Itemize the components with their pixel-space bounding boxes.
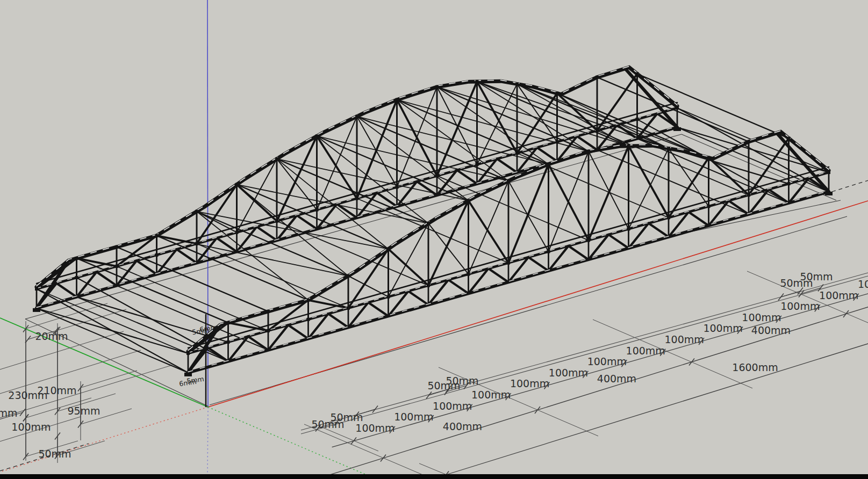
- dimension-label: 100mm: [703, 322, 742, 334]
- dimension-label: 50mm: [330, 411, 363, 423]
- front-truss-gusset: [267, 310, 270, 313]
- viewport[interactable]: 100mm100mm100mm100mm100mm100mm100mm100mm…: [0, 0, 868, 479]
- dimension-label: 20mm: [35, 330, 68, 342]
- front-truss-gusset: [787, 137, 791, 140]
- dimension-label: 100mm: [626, 345, 665, 357]
- front-truss-gusset: [186, 352, 190, 355]
- front-truss-gusset: [427, 284, 430, 287]
- dimension-label: 100mm: [433, 400, 472, 412]
- front-truss-gusset: [667, 147, 670, 150]
- back-truss-gusset: [315, 208, 319, 212]
- window-bottom-edge: [0, 474, 868, 479]
- front-truss-gusset: [667, 216, 670, 219]
- dimension-label: 400mm: [751, 324, 791, 336]
- front-truss-gusset: [507, 179, 510, 183]
- front-truss-gusset: [467, 199, 470, 202]
- dimension-label: 400mm: [597, 373, 636, 384]
- front-truss-gusset: [307, 318, 310, 321]
- dimension-label: 50mm: [38, 448, 71, 460]
- dimension-label: 1600mm: [732, 361, 778, 373]
- front-truss-gusset: [347, 274, 350, 278]
- dimension-label: mm: [0, 407, 18, 419]
- dimension-label: 100mm: [549, 367, 588, 379]
- front-truss-gusset: [587, 150, 590, 153]
- front-truss-gusset: [787, 182, 791, 185]
- front-truss-gusset: [547, 163, 550, 166]
- front-truss-gusset: [707, 205, 711, 208]
- front-truss-bearing: [825, 192, 833, 195]
- front-truss-gusset: [227, 340, 230, 344]
- dimension-label: 100mm: [819, 289, 858, 301]
- front-truss-gusset: [547, 250, 550, 253]
- front-truss-gusset: [387, 295, 390, 299]
- front-truss-gusset: [267, 329, 270, 332]
- dimension-label: 100mm: [858, 278, 868, 290]
- dimension-label: 100mm: [665, 333, 704, 345]
- dimension-label: 100mm: [394, 411, 433, 423]
- front-truss-gusset: [627, 227, 630, 230]
- front-truss-bearing: [184, 373, 192, 376]
- front-truss-gusset: [227, 321, 230, 324]
- dimension-label: 400mm: [443, 420, 482, 432]
- back-truss-gusset: [396, 185, 399, 188]
- front-truss-gusset: [827, 171, 830, 174]
- dimension-label: 100mm: [780, 300, 820, 312]
- back-truss-gusset: [155, 253, 159, 257]
- front-truss-gusset: [467, 273, 470, 276]
- front-truss-gusset: [627, 144, 630, 148]
- front-truss-gusset: [347, 307, 350, 310]
- front-truss-gusset: [707, 156, 711, 159]
- dimension-label: 100mm: [510, 378, 549, 389]
- dimension-label: 95mm: [67, 405, 100, 417]
- back-truss-gusset: [476, 163, 479, 166]
- dimension-label: 100mm: [11, 421, 51, 433]
- front-truss-gusset: [387, 248, 390, 251]
- front-truss-gusset: [587, 238, 590, 242]
- back-truss-gusset: [235, 231, 239, 234]
- front-truss-gusset: [307, 299, 310, 302]
- front-truss-gusset: [507, 262, 510, 265]
- dimension-label: 50mm: [800, 271, 833, 282]
- dimension-label: 210mm: [37, 384, 76, 396]
- dimension-label: 100mm: [587, 355, 627, 367]
- dimension-label: 100mm: [355, 422, 394, 434]
- dimension-label: 100mm: [471, 389, 511, 401]
- dimension-label: 50mm: [446, 375, 478, 387]
- front-truss-gusset: [747, 140, 750, 143]
- dimension-label: 100mm: [742, 311, 781, 323]
- front-truss-gusset: [427, 222, 430, 225]
- viewport-canvas[interactable]: 100mm100mm100mm100mm100mm100mm100mm100mm…: [0, 0, 868, 479]
- front-truss-gusset: [747, 193, 750, 197]
